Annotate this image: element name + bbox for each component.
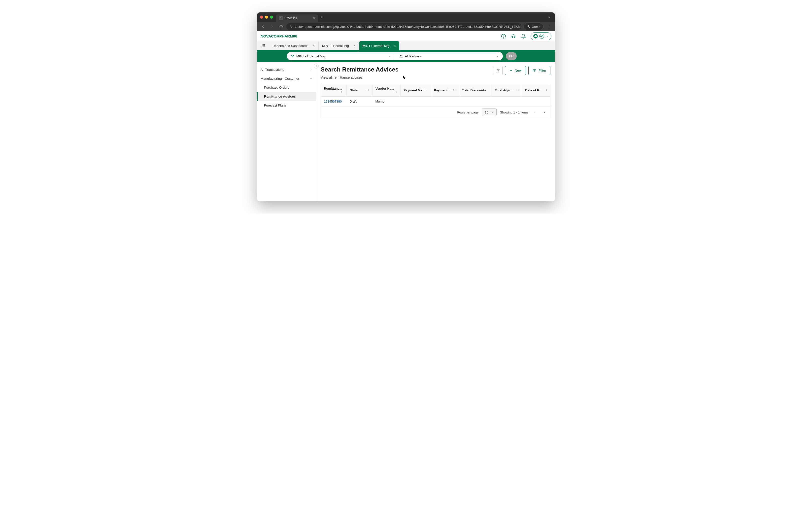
next-page-button[interactable] [541,109,547,115]
partner-context-select[interactable]: All Partners ▾ [395,54,503,58]
site-settings-icon[interactable] [289,25,293,28]
col-label: Vendor Na... [375,87,394,90]
col-vendor[interactable]: Vendor Na... ↑↓ [372,84,400,97]
sidebar-item-manufacturing-customer[interactable]: Manufacturing - Customer [257,74,316,83]
collapse-sidebar-button[interactable] [314,63,319,69]
sort-icon: ↑↓ [453,88,456,92]
chevron-down-icon [491,111,494,114]
cell-adjustments [492,97,522,107]
window-maximize[interactable] [270,16,273,19]
sidebar-item-label: All Transactions [261,68,284,72]
prev-page-button[interactable] [532,109,538,115]
favicon: t [279,16,283,20]
tab-label: Reports and Dashboards [272,44,309,48]
col-discounts[interactable]: Total Discounts [459,84,492,97]
help-icon[interactable] [501,33,506,39]
page-subtitle: View all remittance advices. [321,76,399,79]
table-row[interactable]: 1234567890 Draft Murno [321,97,550,107]
nav-back-icon[interactable] [260,23,266,30]
sidebar-item-all-transactions[interactable]: All Transactions [257,65,316,74]
col-state[interactable]: State ↑↓ [347,84,373,97]
go-button[interactable]: GO [506,52,517,60]
svg-point-8 [263,44,264,45]
rows-per-page-select[interactable]: 10 [482,109,496,116]
col-label: Total Adju... [495,88,513,92]
col-label: State [350,88,357,92]
trash-icon [496,69,500,73]
sidebar-item-forecast-plans[interactable]: Forecast Plans [257,101,316,110]
tab-mint-1[interactable]: MINT External Mfg × [319,41,359,50]
rows-per-page-value: 10 [485,110,488,114]
notifications-icon[interactable] [521,33,526,39]
tab-label: MINT External Mfg [322,44,349,48]
new-button[interactable]: New [505,66,526,75]
cell-payment [431,97,459,107]
close-icon[interactable]: × [313,44,315,48]
sort-icon: ↑↓ [544,88,547,92]
tabs-dropdown-icon[interactable] [547,15,552,20]
svg-point-16 [291,55,292,56]
sidebar-item-remittance-advices[interactable]: Remittance Advices [257,92,316,101]
people-icon [399,54,403,58]
col-payment[interactable]: Payment ... ↑↓ [431,84,459,97]
sort-icon: ↑↓ [341,90,344,94]
network-icon [291,54,294,58]
cell-discounts [459,97,492,107]
svg-point-15 [264,47,265,47]
col-label: Date of R... [525,88,542,92]
profile-guest[interactable]: Guest [523,23,544,30]
close-icon[interactable]: × [353,44,355,48]
col-remittance[interactable]: Remittanc... ↑↓ [321,84,347,97]
sort-icon: ↑↓ [394,90,397,94]
nav-forward-icon[interactable] [268,23,276,30]
sidebar-item-purchase-orders[interactable]: Purchase Orders [257,83,316,92]
close-tab-icon[interactable]: × [313,16,315,20]
app-context-select[interactable]: MINT - External Mfg ▾ [287,54,395,58]
svg-point-22 [401,55,402,56]
svg-point-9 [264,44,265,45]
traffic-lights [260,16,273,19]
sidebar-item-label: Forecast Plans [264,104,286,107]
reload-icon[interactable] [278,23,284,30]
svg-point-4 [528,25,529,27]
caret-down-icon: ▾ [389,54,391,58]
context-bar: MINT - External Mfg ▾ All Partners ▾ GO [257,50,555,62]
new-button-label: New [515,69,522,73]
svg-point-3 [291,27,292,27]
svg-point-14 [263,47,264,47]
caret-down-icon: ▾ [497,54,499,58]
col-adjustments[interactable]: Total Adju... ↑↓ [492,84,522,97]
col-label: Remittanc... [324,87,342,90]
tab-title: Tracelink [285,17,297,20]
delete-button[interactable] [494,66,502,75]
browser-addressbar: test04-opus.tracelink.com/g2/plattest04/… [257,22,555,31]
svg-point-2 [290,26,291,26]
browser-menu-icon[interactable]: ⋮ [546,23,552,30]
support-icon[interactable] [511,33,516,39]
browser-titlebar: t Tracelink × + [257,12,555,22]
col-payment-method[interactable]: Payment Met... [401,84,431,97]
app-launcher-icon[interactable] [260,42,267,49]
tab-reports[interactable]: Reports and Dashboards × [269,41,319,50]
svg-point-11 [263,46,264,46]
new-tab-button[interactable]: + [320,15,322,19]
filter-button[interactable]: Filter [528,66,550,75]
chevron-right-icon [310,68,313,71]
close-icon[interactable]: × [394,44,396,48]
url-bar[interactable]: test04-opus.tracelink.com/g2/plattest04/… [286,23,521,30]
tab-mint-2[interactable]: MINT External Mfg × [359,41,399,50]
window-minimize[interactable] [265,16,268,19]
guest-label: Guest [531,25,540,29]
svg-point-21 [400,55,401,56]
profile-menu[interactable]: OB [530,32,551,40]
window-close[interactable] [260,16,263,19]
app-header: NOVACORPHARM86 OB [257,31,555,41]
cell-remittance-id[interactable]: 1234567890 [321,97,347,107]
content: Search Remittance Advices View all remit… [316,62,555,201]
col-label: Payment ... [434,88,451,92]
app-tabs-row: Reports and Dashboards × MINT External M… [257,41,555,50]
col-date[interactable]: Date of R... ↑↓ [522,84,550,97]
sort-icon: ↑↓ [516,88,519,92]
col-label: Payment Met... [404,88,426,92]
browser-tab[interactable]: t Tracelink × [276,15,318,22]
